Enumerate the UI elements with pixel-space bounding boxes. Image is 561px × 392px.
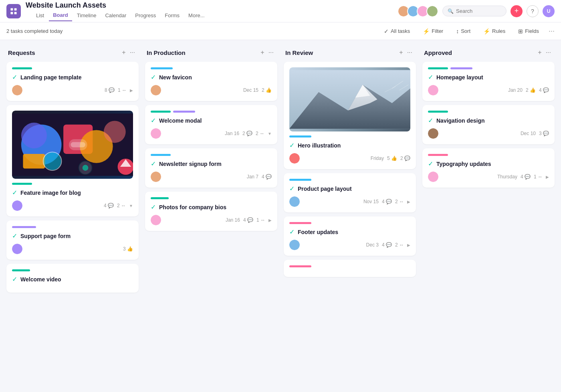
card-tags bbox=[428, 154, 549, 156]
tab-calendar[interactable]: Calendar bbox=[101, 10, 130, 21]
tag-teal bbox=[428, 111, 448, 113]
card-feature-image-blog[interactable]: ✓ Feature image for blog 4 💬 2 ↔ ▼ bbox=[6, 105, 139, 216]
card-title: Welcome modal bbox=[159, 117, 202, 124]
card-support-page-form[interactable]: ✓ Support page form 3 👍 bbox=[6, 220, 139, 260]
tag-teal bbox=[428, 67, 448, 69]
card-title: Typography updates bbox=[436, 161, 491, 167]
tab-progress[interactable]: Progress bbox=[131, 10, 160, 21]
column-header-requests: Requests + ··· bbox=[6, 48, 139, 57]
svg-rect-0 bbox=[11, 8, 13, 10]
filter-button[interactable]: ⚡ Filter bbox=[420, 26, 446, 36]
comments-count: 4 💬 bbox=[539, 87, 549, 93]
column-add-production[interactable]: + bbox=[258, 48, 266, 57]
sort-button[interactable]: ↕ Sort bbox=[453, 26, 474, 36]
nav-tabs: List Board Timeline Calendar Progress Fo… bbox=[32, 10, 209, 21]
card-title-row: ✓ Hero illustration bbox=[289, 141, 410, 149]
rules-button[interactable]: ⚡ Rules bbox=[480, 26, 509, 36]
column-menu-approved[interactable]: ··· bbox=[544, 48, 553, 57]
card-title-row: ✓ Homepage layout bbox=[428, 73, 549, 81]
dropdown-arrow[interactable]: ▼ bbox=[129, 204, 133, 208]
card-footer: Friday 5 👍 2 💬 bbox=[289, 153, 410, 164]
check-icon: ✓ bbox=[428, 117, 433, 124]
card-title: Feature image for blog bbox=[20, 190, 81, 196]
card-title: Support page form bbox=[20, 233, 71, 239]
column-header-review: In Review + ··· bbox=[284, 48, 416, 57]
tag-teal bbox=[12, 183, 32, 185]
expand-arrow[interactable]: ▶ bbox=[268, 218, 272, 222]
card-meta: 4 💬 2 ↔ ▼ bbox=[104, 203, 133, 208]
card-partial[interactable] bbox=[284, 260, 416, 277]
expand-arrow[interactable]: ▶ bbox=[130, 88, 133, 93]
card-tags bbox=[428, 111, 549, 113]
likes-count: 5 👍 bbox=[387, 156, 397, 161]
project-title: Website Launch Assets bbox=[26, 1, 209, 10]
column-add-approved[interactable]: + bbox=[536, 48, 543, 57]
card-avatar bbox=[12, 85, 22, 95]
help-button[interactable]: ? bbox=[527, 5, 539, 17]
comments-count: 4 💬 bbox=[243, 217, 253, 223]
card-product-page-layout[interactable]: ✓ Product page layout Nov 15 4 💬 2 ↔ ▶ bbox=[284, 173, 416, 212]
tag-blue bbox=[289, 179, 311, 181]
card-landing-page-template[interactable]: ✓ Landing page template 8 💬 1 ↔ ▶ bbox=[6, 62, 139, 101]
toolbar-right: ✓ All tasks ⚡ Filter ↕ Sort ⚡ Rules ⊞ Fi… bbox=[381, 26, 555, 36]
add-button[interactable]: + bbox=[511, 5, 523, 17]
card-title-row: ✓ Feature image for blog bbox=[12, 189, 133, 196]
card-tags bbox=[12, 269, 133, 271]
top-header: Website Launch Assets List Board Timelin… bbox=[0, 0, 561, 22]
svg-rect-10 bbox=[23, 154, 45, 169]
column-requests: Requests + ··· ✓ Landing page template 8… bbox=[6, 48, 139, 384]
check-icon: ✓ bbox=[12, 189, 17, 196]
team-avatars bbox=[398, 5, 438, 17]
column-menu-review[interactable]: ··· bbox=[405, 48, 414, 57]
card-hero-illustration[interactable]: ✓ Hero illustration Friday 5 👍 2 💬 bbox=[284, 62, 416, 169]
column-title-review: In Review bbox=[285, 49, 397, 56]
card-footer: Jan 7 4 💬 bbox=[151, 172, 272, 182]
card-footer-updates[interactable]: ✓ Footer updates Dec 3 4 💬 2 ↔ ▶ bbox=[284, 216, 416, 256]
card-avatar bbox=[289, 196, 300, 207]
svg-rect-2 bbox=[11, 12, 13, 14]
dropdown-arrow[interactable]: ▼ bbox=[268, 131, 272, 136]
card-new-favicon[interactable]: ✓ New favicon Dec 15 2 👍 bbox=[145, 62, 277, 101]
card-welcome-modal[interactable]: ✓ Welcome modal Jan 16 2 💬 2 ↔ ▼ bbox=[145, 105, 277, 144]
card-tags bbox=[151, 154, 272, 156]
tab-list[interactable]: List bbox=[32, 10, 48, 21]
card-avatar bbox=[289, 240, 300, 250]
expand-arrow[interactable]: ▶ bbox=[407, 200, 410, 204]
search-box[interactable]: 🔍 bbox=[442, 6, 507, 16]
card-title-row: ✓ New favicon bbox=[151, 73, 272, 81]
card-navigation-design[interactable]: ✓ Navigation design Dec 10 3 💬 bbox=[422, 105, 555, 144]
card-typography-updates[interactable]: ✓ Typography updates Thursday 4 💬 1 ↔ ▶ bbox=[422, 148, 555, 188]
tasks-count: 2 ↔ bbox=[256, 131, 264, 136]
card-title: Newsletter signup form bbox=[159, 161, 222, 167]
tab-board[interactable]: Board bbox=[49, 10, 72, 21]
card-welcome-video[interactable]: ✓ Welcome video bbox=[6, 264, 139, 293]
tab-timeline[interactable]: Timeline bbox=[73, 10, 101, 21]
column-add-requests[interactable]: + bbox=[120, 48, 127, 57]
date: Jan 16 bbox=[225, 131, 239, 136]
card-homepage-layout[interactable]: ✓ Homepage layout Jan 20 2 👍 4 💬 bbox=[422, 62, 555, 101]
tag-green bbox=[12, 67, 32, 69]
tasks-count: 2 ↔ bbox=[395, 242, 404, 248]
expand-arrow[interactable]: ▶ bbox=[407, 243, 410, 247]
tab-forms[interactable]: Forms bbox=[161, 10, 184, 21]
card-newsletter-signup[interactable]: ✓ Newsletter signup form Jan 7 4 💬 bbox=[145, 148, 277, 188]
all-tasks-button[interactable]: ✓ All tasks bbox=[381, 26, 413, 36]
check-icon: ✓ bbox=[151, 117, 156, 124]
column-menu-production[interactable]: ··· bbox=[266, 48, 276, 57]
card-title-row: ✓ Welcome video bbox=[12, 275, 133, 283]
more-options-button[interactable]: ··· bbox=[549, 27, 555, 35]
user-avatar[interactable]: U bbox=[543, 5, 555, 17]
tab-more[interactable]: More... bbox=[184, 10, 208, 21]
column-menu-requests[interactable]: ··· bbox=[128, 48, 137, 57]
search-input[interactable] bbox=[456, 8, 501, 14]
check-circle-icon: ✓ bbox=[384, 28, 389, 34]
column-add-review[interactable]: + bbox=[397, 48, 405, 57]
tag-blue bbox=[289, 135, 311, 137]
svg-point-9 bbox=[104, 121, 126, 143]
expand-arrow[interactable]: ▶ bbox=[546, 175, 549, 179]
tasks-count: 1 ↔ bbox=[118, 87, 127, 93]
fields-button[interactable]: ⊞ Fields bbox=[515, 26, 542, 36]
date: Dec 10 bbox=[521, 131, 536, 136]
tag-blue bbox=[151, 67, 173, 69]
card-photos-company-bios[interactable]: ✓ Photos for company bios Jan 16 4 💬 1 ↔… bbox=[145, 192, 277, 231]
